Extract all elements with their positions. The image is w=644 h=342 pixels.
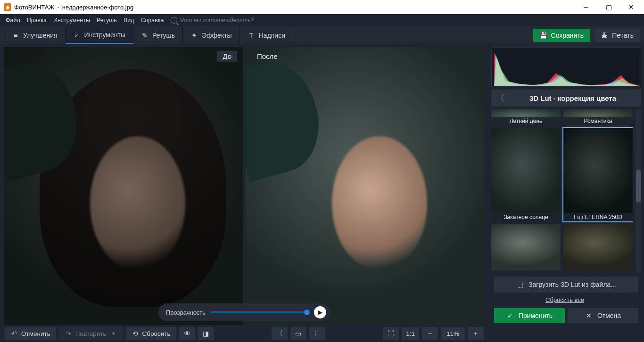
chevron-right-icon: 〉 bbox=[314, 330, 321, 337]
back-icon[interactable]: 〈 bbox=[496, 92, 504, 104]
fit-button[interactable]: ⛶ bbox=[383, 327, 399, 340]
zoom-value[interactable]: 11% bbox=[441, 327, 465, 340]
tab-text[interactable]: TНадписи bbox=[240, 26, 293, 44]
histogram[interactable] bbox=[491, 47, 641, 87]
preset-next-1[interactable] bbox=[491, 224, 561, 270]
compare-view: До После Прозрачность ▶ bbox=[0, 44, 488, 326]
preset-fuji[interactable]: Fuji ETERNA 250D bbox=[563, 128, 633, 221]
save-icon: 💾 bbox=[540, 32, 547, 39]
after-pane[interactable]: После bbox=[246, 47, 485, 326]
panel-header: 〈 3D Lut - коррекция цвета bbox=[491, 90, 641, 106]
tab-enhance[interactable]: ≡Улучшения bbox=[4, 26, 66, 44]
search-icon bbox=[171, 17, 177, 24]
print-button[interactable]: 🖶Печать bbox=[594, 29, 640, 42]
search-placeholder: Что вы хотите сделать? bbox=[180, 17, 254, 24]
redo-icon: ↷ bbox=[65, 330, 72, 337]
check-icon: ✓ bbox=[506, 312, 514, 319]
right-sidebar: 〈 3D Lut - коррекция цвета Летний день Р… bbox=[488, 44, 644, 326]
search-box[interactable]: Что вы хотите сделать? bbox=[171, 17, 254, 24]
app-name: ФотоВИНТАЖ bbox=[14, 4, 54, 11]
zoom-in-button[interactable]: + bbox=[468, 327, 484, 340]
preset-scrollbar[interactable] bbox=[636, 109, 641, 273]
undo-button[interactable]: ↶Отменить bbox=[5, 327, 56, 340]
dropdown-icon: ▼ bbox=[110, 330, 117, 337]
maximize-button[interactable]: ▢ bbox=[602, 3, 616, 11]
folder-icon: ▭ bbox=[295, 330, 302, 337]
slider-thumb[interactable] bbox=[304, 309, 310, 315]
panel-title: 3D Lut - коррекция цвета bbox=[509, 94, 636, 102]
menu-edit[interactable]: Правка bbox=[27, 17, 47, 24]
redo-button[interactable]: ↷Повторить▼ bbox=[59, 327, 123, 340]
menu-retouch[interactable]: Ретушь bbox=[97, 17, 117, 24]
preset-romance[interactable]: Романтика bbox=[563, 109, 633, 125]
sliders-icon: ≡ bbox=[12, 32, 19, 39]
reset-icon: ⟲ bbox=[132, 330, 139, 337]
apply-button[interactable]: ✓Применить bbox=[494, 308, 565, 323]
scrollbar-thumb[interactable] bbox=[636, 170, 641, 203]
menu-file[interactable]: Файл bbox=[6, 17, 20, 24]
transparency-slider[interactable]: Прозрачность ▶ bbox=[158, 303, 330, 321]
menu-help[interactable]: Справка bbox=[141, 17, 164, 24]
plus-icon: + bbox=[472, 330, 479, 337]
browse-button[interactable]: ▭ bbox=[290, 327, 306, 340]
tab-tools[interactable]: ⟀Инструменты bbox=[66, 26, 133, 44]
menu-view[interactable]: Вид bbox=[124, 17, 134, 24]
crop-icon: ⟀ bbox=[73, 31, 81, 39]
zoom-out-button[interactable]: − bbox=[422, 327, 438, 340]
menu-bar: Файл Правка Инструменты Ретушь Вид Справ… bbox=[0, 14, 644, 26]
ratio-button[interactable]: 1:1 bbox=[402, 327, 419, 340]
text-icon: T bbox=[248, 32, 255, 39]
file-name: недодержанное-фото.jpg bbox=[62, 4, 133, 11]
eye-icon: 👁 bbox=[183, 330, 191, 337]
before-label: До bbox=[217, 51, 237, 62]
compare-icon: ◨ bbox=[202, 330, 210, 337]
cube-icon: ⬚ bbox=[516, 281, 524, 288]
undo-icon: ↶ bbox=[10, 330, 18, 337]
app-icon: ◉ bbox=[4, 3, 11, 11]
tab-effects[interactable]: ✦Эффекты bbox=[183, 26, 240, 44]
wand-icon: ✦ bbox=[190, 32, 198, 39]
preset-sunset[interactable]: Закатное солнце bbox=[491, 128, 561, 221]
brush-icon: ✎ bbox=[141, 32, 149, 39]
save-button[interactable]: 💾Сохранить bbox=[533, 29, 591, 42]
close-button[interactable]: ✕ bbox=[624, 3, 638, 11]
load-lut-button[interactable]: ⬚ Загрузить 3D Lut из файла... bbox=[494, 277, 638, 293]
print-icon: 🖶 bbox=[601, 32, 608, 39]
before-pane[interactable]: До bbox=[4, 47, 243, 326]
minimize-button[interactable]: ─ bbox=[579, 3, 593, 11]
tool-tabs: ≡Улучшения ⟀Инструменты ✎Ретушь ✦Эффекты… bbox=[0, 26, 644, 44]
preset-summer[interactable]: Летний день bbox=[491, 109, 561, 125]
preset-next-2[interactable] bbox=[563, 224, 633, 270]
prev-button[interactable]: 〈 bbox=[272, 327, 288, 340]
next-button[interactable]: 〉 bbox=[309, 327, 325, 340]
reset-all-link[interactable]: Сбросить все bbox=[488, 293, 641, 307]
titlebar: ◉ ФотоВИНТАЖ - недодержанное-фото.jpg ─ … bbox=[0, 0, 644, 14]
cancel-button[interactable]: ✕Отмена bbox=[568, 308, 638, 323]
menu-tools[interactable]: Инструменты bbox=[53, 17, 90, 24]
compare-button[interactable]: ◨ bbox=[198, 327, 214, 340]
x-icon: ✕ bbox=[585, 312, 593, 319]
chevron-left-icon: 〈 bbox=[276, 330, 283, 337]
fit-icon: ⛶ bbox=[387, 330, 395, 337]
transparency-label: Прозрачность bbox=[166, 309, 206, 316]
tab-retouch[interactable]: ✎Ретушь bbox=[133, 26, 183, 44]
eye-button[interactable]: 👁 bbox=[179, 327, 195, 340]
after-label: После bbox=[251, 51, 283, 62]
reset-button[interactable]: ⟲Сбросить bbox=[126, 327, 176, 340]
minus-icon: − bbox=[426, 330, 434, 337]
slider-next-icon[interactable]: ▶ bbox=[314, 306, 326, 318]
